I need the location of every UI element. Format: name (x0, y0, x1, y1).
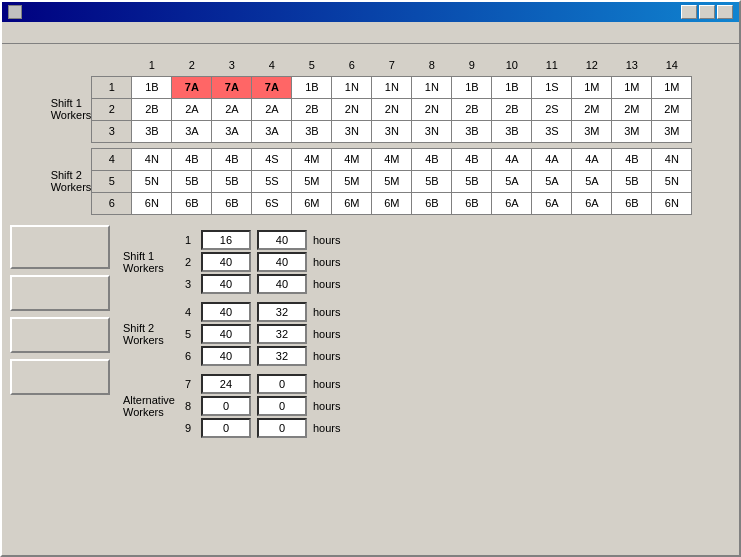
week2-input-4[interactable] (257, 302, 307, 322)
col-header-5: 5 (292, 54, 332, 76)
col-header-3: 3 (212, 54, 252, 76)
summary-report-button[interactable] (10, 225, 110, 269)
week1-input-8[interactable] (201, 396, 251, 416)
week2-input-5[interactable] (257, 324, 307, 344)
table-cell: 6A (532, 192, 572, 214)
table-cell: 7A (172, 76, 212, 98)
table-cell: 3A (172, 120, 212, 142)
table-cell: 6N (132, 192, 172, 214)
table-cell: 4B (172, 148, 212, 170)
week1-input-7[interactable] (201, 374, 251, 394)
hours-label: hours (310, 251, 344, 273)
table-cell: 4A (492, 148, 532, 170)
table-cell: 3B (452, 120, 492, 142)
table-cell: 4B (212, 148, 252, 170)
table-cell: 6N (652, 192, 692, 214)
table-cell: 3B (492, 120, 532, 142)
week2-input-3[interactable] (257, 274, 307, 294)
table-cell: 4M (332, 148, 372, 170)
hours-label: hours (310, 395, 344, 417)
table-cell: 5M (292, 170, 332, 192)
table-cell: 5S (252, 170, 292, 192)
week2-input-1[interactable] (257, 230, 307, 250)
hours-table-container: Shift 1Workers1hours2hours3hoursShift 2W… (120, 225, 731, 439)
window-icon (8, 5, 22, 19)
table-cell: 3N (372, 120, 412, 142)
table-cell: 3S (532, 120, 572, 142)
table-cell: 6B (412, 192, 452, 214)
col-header-12: 12 (572, 54, 612, 76)
menu-item-menu[interactable] (6, 31, 18, 35)
table-cell: 6A (572, 192, 612, 214)
week1-input-5[interactable] (201, 324, 251, 344)
col-header-1: 1 (132, 54, 172, 76)
table-cell: 6M (292, 192, 332, 214)
table-cell: 1M (612, 76, 652, 98)
menu-bar (2, 22, 739, 44)
table-cell: 5B (172, 170, 212, 192)
title-bar (2, 2, 739, 22)
col-header-10: 10 (492, 54, 532, 76)
col-header-14: 14 (652, 54, 692, 76)
table-cell: 5B (452, 170, 492, 192)
hours-label: hours (310, 273, 344, 295)
week1-input-1[interactable] (201, 230, 251, 250)
back-to-original-button[interactable] (10, 317, 110, 353)
table-cell: 3M (652, 120, 692, 142)
table-cell: 6B (612, 192, 652, 214)
table-cell: 4M (292, 148, 332, 170)
week2-input-2[interactable] (257, 252, 307, 272)
week1-input-9[interactable] (201, 418, 251, 438)
col-header-11: 11 (532, 54, 572, 76)
table-cell: 6B (172, 192, 212, 214)
table-cell: 1M (572, 76, 612, 98)
table-cell: 3M (612, 120, 652, 142)
maximize-button[interactable] (699, 5, 715, 19)
hours-label: hours (310, 323, 344, 345)
week1-input-4[interactable] (201, 302, 251, 322)
table-cell: 2A (252, 98, 292, 120)
table-cell: 7A (212, 76, 252, 98)
table-cell: 5A (492, 170, 532, 192)
hours-label: hours (310, 345, 344, 367)
table-cell: 2M (572, 98, 612, 120)
hours-label: hours (310, 373, 344, 395)
week1-input-6[interactable] (201, 346, 251, 366)
table-cell: 1N (372, 76, 412, 98)
table-cell: 6M (332, 192, 372, 214)
col-header-4: 4 (252, 54, 292, 76)
table-cell: 4N (652, 148, 692, 170)
week1-input-2[interactable] (201, 252, 251, 272)
week2-input-9[interactable] (257, 418, 307, 438)
col-header-9: 9 (452, 54, 492, 76)
table-cell: 1B (452, 76, 492, 98)
table-cell: 2B (292, 98, 332, 120)
table-cell: 5N (132, 170, 172, 192)
main-window: 1 2 3 4 5 6 7 8 9 10 11 12 13 14 (0, 0, 741, 557)
minimize-button[interactable] (681, 5, 697, 19)
week2-input-6[interactable] (257, 346, 307, 366)
col-header-8: 8 (412, 54, 452, 76)
table-cell: 7A (252, 76, 292, 98)
table-cell: 2N (332, 98, 372, 120)
week2-input-7[interactable] (257, 374, 307, 394)
week2-input-8[interactable] (257, 396, 307, 416)
table-cell: 5A (532, 170, 572, 192)
table-cell: 3A (212, 120, 252, 142)
table-cell: 3N (332, 120, 372, 142)
table-cell: 2M (652, 98, 692, 120)
hours-table: Shift 1Workers1hours2hours3hoursShift 2W… (120, 229, 344, 439)
table-cell: 3M (572, 120, 612, 142)
table-cell: 6S (252, 192, 292, 214)
clear-button[interactable] (10, 275, 110, 311)
table-cell: 2B (492, 98, 532, 120)
table-cell: 2M (612, 98, 652, 120)
close-button[interactable] (717, 5, 733, 19)
table-cell: 3B (132, 120, 172, 142)
table-cell: 5M (372, 170, 412, 192)
table-cell: 2A (172, 98, 212, 120)
col-header-7: 7 (372, 54, 412, 76)
col-header-6: 6 (332, 54, 372, 76)
exit-button[interactable] (10, 359, 110, 395)
week1-input-3[interactable] (201, 274, 251, 294)
